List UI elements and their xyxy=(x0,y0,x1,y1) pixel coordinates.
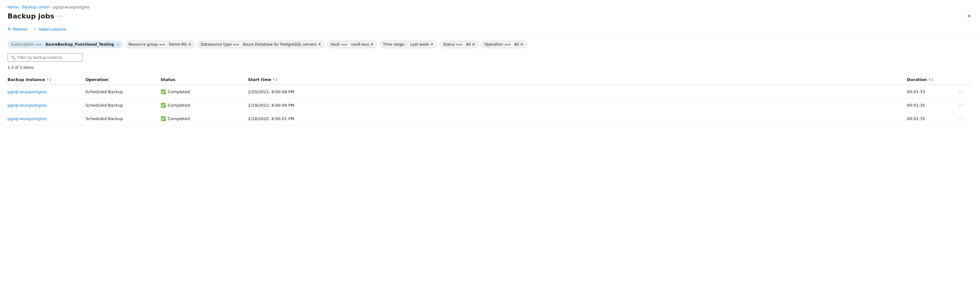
refresh-icon: ↻ xyxy=(8,27,11,32)
cell-actions-0: ··· xyxy=(957,88,972,95)
filter-value-6: All xyxy=(514,42,519,46)
cell-actions-2: ··· xyxy=(957,115,972,122)
table-row: pgsql-wus\postgres Scheduled Backup ✅ Co… xyxy=(8,99,972,112)
filters-row: Subscription == AzureBackup_Functional_T… xyxy=(8,41,972,48)
filter-key-0: Subscription == xyxy=(11,42,41,46)
close-icon[interactable]: ✕ xyxy=(966,12,972,20)
filter-value-4: Last week xyxy=(410,42,429,46)
filter-pill-3[interactable]: Vault == vault-wus✕ xyxy=(327,41,377,48)
table-container: Backup instance ↑↓ Operation Status Star… xyxy=(8,75,972,125)
cell-backup-instance-2: pgsql-wus\postgres xyxy=(8,117,86,121)
filter-close-5[interactable]: ✕ xyxy=(472,42,475,46)
page-header: Backup jobs ··· ✕ xyxy=(8,12,972,20)
filter-value-3: vault-wus xyxy=(351,42,369,46)
refresh-button[interactable]: ↻ Refresh xyxy=(8,26,27,33)
filter-key-4: Time range : xyxy=(383,42,407,46)
col-actions xyxy=(957,77,972,82)
cell-start-time-1: 2/19/2022, 8:00:09 PM xyxy=(248,103,907,108)
status-label-2: Completed xyxy=(168,117,190,121)
filter-pill-1[interactable]: Resource group == Demo-RG✕ xyxy=(125,41,195,48)
col-duration: Duration ↑↓ xyxy=(907,77,957,82)
status-completed-icon-1: ✅ xyxy=(161,102,166,108)
breadcrumb-current: pgsql-wus\postgres xyxy=(53,5,90,10)
cell-operation-2: Scheduled Backup xyxy=(86,117,161,121)
search-input[interactable] xyxy=(18,55,79,60)
select-columns-label: Select columns xyxy=(39,27,66,32)
sort-duration-icon[interactable]: ↑↓ xyxy=(928,78,934,81)
backup-instance-link-1[interactable]: pgsql-wus\postgres xyxy=(8,103,47,108)
cell-start-time-2: 2/18/2022, 8:00:01 PM xyxy=(248,117,907,121)
toolbar: ↻ Refresh → Select columns xyxy=(8,26,972,33)
filter-value-2: Azure Database for PostgreSQL servers xyxy=(243,42,317,46)
items-count: 1-3 of 3 items xyxy=(8,65,972,70)
filter-close-3[interactable]: ✕ xyxy=(371,42,374,46)
breadcrumb-sep-2: › xyxy=(51,5,52,10)
filter-key-5: Status == xyxy=(443,42,462,46)
search-box[interactable]: 🔍 xyxy=(8,53,83,62)
filter-key-3: Vault == xyxy=(331,42,347,46)
cell-status-2: ✅ Completed xyxy=(161,116,248,121)
row-more-button-0[interactable]: ··· xyxy=(957,88,966,95)
col-backup-instance: Backup instance ↑↓ xyxy=(8,77,86,82)
cell-duration-0: 00:01:33 xyxy=(907,89,957,94)
cell-start-time-0: 2/20/2022, 8:00:04 PM xyxy=(248,89,907,94)
col-backup-instance-label: Backup instance xyxy=(8,77,45,82)
sort-backup-instance-icon[interactable]: ↑↓ xyxy=(46,78,51,81)
cell-status-0: ✅ Completed xyxy=(161,89,248,94)
select-columns-icon: → xyxy=(32,27,37,32)
search-icon: 🔍 xyxy=(11,55,16,60)
cell-actions-1: ··· xyxy=(957,102,972,109)
backup-instance-link-2[interactable]: pgsql-wus\postgres xyxy=(8,117,47,121)
col-operation-label: Operation xyxy=(86,77,108,82)
cell-status-1: ✅ Completed xyxy=(161,102,248,108)
breadcrumb-home[interactable]: Home xyxy=(8,5,18,10)
row-more-button-2[interactable]: ··· xyxy=(957,115,966,122)
select-columns-button[interactable]: → Select columns xyxy=(32,26,66,33)
cell-backup-instance-0: pgsql-wus\postgres xyxy=(8,89,86,94)
breadcrumb-backup-center[interactable]: Backup center xyxy=(22,5,49,10)
table-row: pgsql-wus\postgres Scheduled Backup ✅ Co… xyxy=(8,85,972,99)
breadcrumb: Home › Backup center › pgsql-wus\postgre… xyxy=(8,5,972,10)
page-title: Backup jobs xyxy=(8,12,54,20)
more-options-icon[interactable]: ··· xyxy=(57,13,63,19)
col-duration-label: Duration xyxy=(907,77,927,82)
cell-duration-2: 00:01:35 xyxy=(907,117,957,121)
filter-key-2: Datasource type == xyxy=(201,42,239,46)
col-operation: Operation xyxy=(86,77,161,82)
filter-close-2[interactable]: ✕ xyxy=(318,42,321,46)
table-body: pgsql-wus\postgres Scheduled Backup ✅ Co… xyxy=(8,85,972,125)
filter-pill-4[interactable]: Time range : Last week✕ xyxy=(379,41,437,48)
page-title-row: Backup jobs ··· xyxy=(8,12,63,20)
filter-close-6[interactable]: ✕ xyxy=(520,42,523,46)
table-row: pgsql-wus\postgres Scheduled Backup ✅ Co… xyxy=(8,112,972,125)
filter-pill-6[interactable]: Operation == All✕ xyxy=(481,41,527,48)
status-completed-icon-0: ✅ xyxy=(161,89,166,94)
filter-pill-5[interactable]: Status == All✕ xyxy=(439,41,479,48)
filter-close-4[interactable]: ✕ xyxy=(430,42,433,46)
col-start-time-label: Start time xyxy=(248,77,271,82)
filter-pill-0[interactable]: Subscription == AzureBackup_Functional_T… xyxy=(8,41,123,48)
filter-pill-2[interactable]: Datasource type == Azure Database for Po… xyxy=(197,41,325,48)
cell-backup-instance-1: pgsql-wus\postgres xyxy=(8,103,86,108)
row-more-button-1[interactable]: ··· xyxy=(957,102,966,109)
filter-close-1[interactable]: ✕ xyxy=(188,42,191,46)
filter-key-1: Resource group == xyxy=(129,42,165,46)
cell-operation-1: Scheduled Backup xyxy=(86,103,161,108)
status-label-0: Completed xyxy=(168,89,190,94)
filter-value-5: All xyxy=(466,42,471,46)
filter-close-0[interactable]: ✕ xyxy=(116,43,119,46)
cell-operation-0: Scheduled Backup xyxy=(86,89,161,94)
sort-start-time-icon[interactable]: ↑↓ xyxy=(273,78,278,81)
breadcrumb-sep-1: › xyxy=(20,5,21,10)
filter-key-6: Operation == xyxy=(484,42,511,46)
status-label-1: Completed xyxy=(168,103,190,108)
table-header: Backup instance ↑↓ Operation Status Star… xyxy=(8,75,972,85)
backup-instance-link-0[interactable]: pgsql-wus\postgres xyxy=(8,89,47,94)
col-start-time: Start time ↑↓ xyxy=(248,77,907,82)
refresh-label: Refresh xyxy=(13,27,27,32)
filter-value-1: Demo-RG xyxy=(169,42,187,46)
divider xyxy=(0,37,980,37)
col-status: Status xyxy=(161,77,248,82)
filter-value-0: AzureBackup_Functional_Testing xyxy=(45,42,114,46)
col-status-label: Status xyxy=(161,77,175,82)
